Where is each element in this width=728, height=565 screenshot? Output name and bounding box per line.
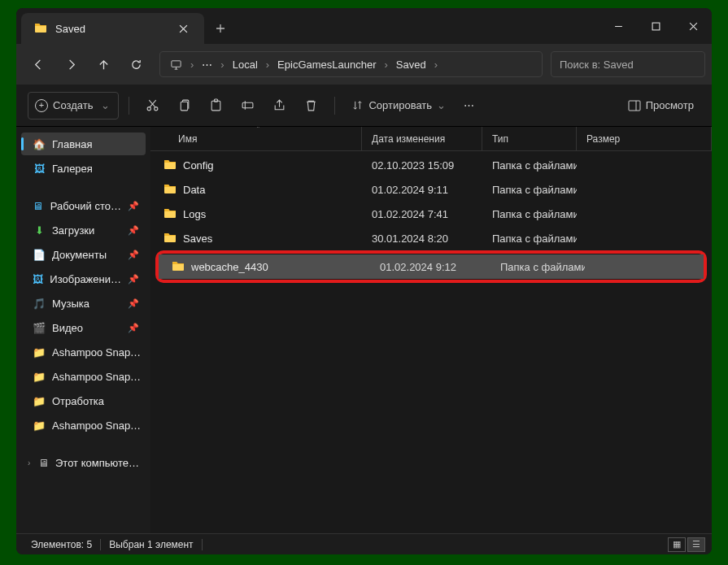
file-row[interactable]: Logs01.02.2024 7:41Папка с файлами [150,202,712,226]
svg-rect-0 [652,23,660,30]
pin-icon: 📌 [128,201,139,211]
sidebar: 🏠 Главная 🖼 Галерея 🖥 Рабочий сто… 📌 ⬇ З… [16,127,150,533]
sidebar-desktop[interactable]: 🖥 Рабочий сто… 📌 [21,194,146,217]
desktop-icon: 🖥 [33,199,44,212]
svg-rect-7 [243,102,254,107]
sidebar-folder[interactable]: 📁 Ashampoo Snap… [21,365,146,388]
share-button[interactable] [266,92,293,120]
more-button[interactable]: ⋯ [457,92,481,120]
sidebar-gallery[interactable]: 🖼 Галерея [21,157,146,180]
svg-point-3 [155,107,158,111]
paste-button[interactable] [203,92,229,120]
folder-icon: 📁 [33,370,46,383]
sidebar-label: Главная [52,138,92,150]
folder-icon: 📁 [33,394,46,407]
cell-name: Config [150,159,362,172]
toolbar: + Создать ⌄ Сортировать ⌄ ⋯ Просмотр [16,85,712,127]
file-name: Saves [183,233,212,245]
sidebar-folder[interactable]: 📁 Отработка [21,389,146,412]
cut-button[interactable] [139,92,166,120]
sidebar-thispc[interactable]: › 🖥 Этот компьюте… [21,451,146,474]
active-tab[interactable]: Saved [21,13,204,44]
breadcrumb[interactable]: › ⋯ › Local › EpicGamesLauncher › Saved … [159,51,543,77]
refresh-button[interactable] [120,50,151,78]
file-row[interactable]: Config02.10.2023 15:09Папка с файлами [150,153,712,177]
view-button[interactable]: Просмотр [621,92,700,120]
view-label: Просмотр [646,99,694,111]
cell-date: 02.10.2023 15:09 [362,159,482,172]
view-toggle: ▦ ☰ [668,537,705,552]
titlebar: Saved [16,8,712,44]
breadcrumb-part[interactable]: Saved [391,59,431,71]
view-icons-button[interactable]: ▦ [668,537,686,552]
cell-name: Saves [150,232,362,246]
document-icon: 📄 [33,248,46,261]
sidebar-label: Рабочий сто… [50,200,121,212]
status-selected: Выбран 1 элемент [101,539,202,550]
window-controls [599,8,712,44]
pin-icon: 📌 [128,225,139,236]
cell-name: Data [150,183,362,197]
search-input[interactable]: Поиск в: Saved [551,51,705,77]
view-details-button[interactable]: ☰ [687,537,705,552]
gallery-icon: 🖼 [33,162,46,175]
sidebar-folder[interactable]: 📁 Ashampoo Snap… [21,414,146,437]
maximize-button[interactable] [637,8,674,44]
sidebar-documents[interactable]: 📄 Документы 📌 [21,243,146,266]
sidebar-label: Документы [52,249,107,261]
close-button[interactable] [674,8,712,44]
file-row[interactable]: Saves30.01.2024 8:20Папка с файлами [150,226,712,250]
pin-icon: 📌 [128,298,139,309]
delete-button[interactable] [298,92,325,120]
column-size[interactable]: Размер [577,127,712,150]
music-icon: 🎵 [33,297,46,310]
sidebar-label: Этот компьюте… [55,457,139,469]
plus-circle-icon: + [35,99,48,112]
file-row[interactable]: Data01.02.2024 9:11Папка с файлами [150,177,712,202]
cell-type: Папка с файлами [482,184,577,196]
column-label: Имя [178,133,197,145]
rename-button[interactable] [234,92,261,120]
folder-icon: 📁 [33,419,46,432]
back-button[interactable] [23,50,54,78]
create-button[interactable]: + Создать ⌄ [28,92,119,120]
sidebar-folder[interactable]: 📁 Ashampoo Snap… [21,341,146,363]
file-row[interactable]: webcache_443001.02.2024 9:12Папка с файл… [159,254,704,279]
sidebar-label: Видео [52,322,83,334]
sidebar-pictures[interactable]: 🖼 Изображени… 📌 [21,267,146,290]
pin-icon: 📌 [128,250,139,260]
sort-button[interactable]: Сортировать ⌄ [345,92,452,120]
content-area: ˄ Имя Дата изменения Тип Размер Config02… [150,127,712,533]
column-date[interactable]: Дата изменения [362,127,482,150]
sidebar-downloads[interactable]: ⬇ Загрузки 📌 [21,219,146,241]
explorer-window: Saved › ⋯ › Local › EpicGamesLauncher › [16,8,712,554]
folder-icon: 📁 [33,346,46,359]
cell-type: Папка с файлами [482,159,577,172]
chevron-right-icon: › [187,59,197,71]
file-name: webcache_4430 [191,261,268,273]
tab-close-button[interactable] [173,19,193,38]
column-name[interactable]: ˄ Имя [150,127,362,150]
breadcrumb-part[interactable]: Local [228,59,263,71]
cell-type: Папка с файлами [482,208,577,220]
sidebar-home[interactable]: 🏠 Главная [21,133,146,155]
body: 🏠 Главная 🖼 Галерея 🖥 Рабочий сто… 📌 ⬇ З… [16,127,712,533]
navbar: › ⋯ › Local › EpicGamesLauncher › Saved … [16,44,712,85]
column-headers: ˄ Имя Дата изменения Тип Размер [150,127,712,151]
separator [334,97,335,115]
up-button[interactable] [88,50,119,78]
column-type[interactable]: Тип [482,127,577,150]
minimize-button[interactable] [599,8,637,44]
ellipsis-icon[interactable]: ⋯ [197,59,217,71]
chevron-right-icon: › [381,59,391,71]
sidebar-music[interactable]: 🎵 Музыка 📌 [21,292,146,315]
chevron-down-icon: ⌄ [437,99,446,111]
copy-button[interactable] [171,92,198,120]
cell-date: 01.02.2024 9:11 [362,184,482,196]
sidebar-video[interactable]: 🎬 Видео 📌 [21,316,146,339]
breadcrumb-part[interactable]: EpicGamesLauncher [272,59,381,71]
new-tab-button[interactable] [204,13,237,44]
cell-type: Папка с файлами [490,261,585,273]
pictures-icon: 🖼 [33,272,43,285]
forward-button[interactable] [55,50,86,78]
